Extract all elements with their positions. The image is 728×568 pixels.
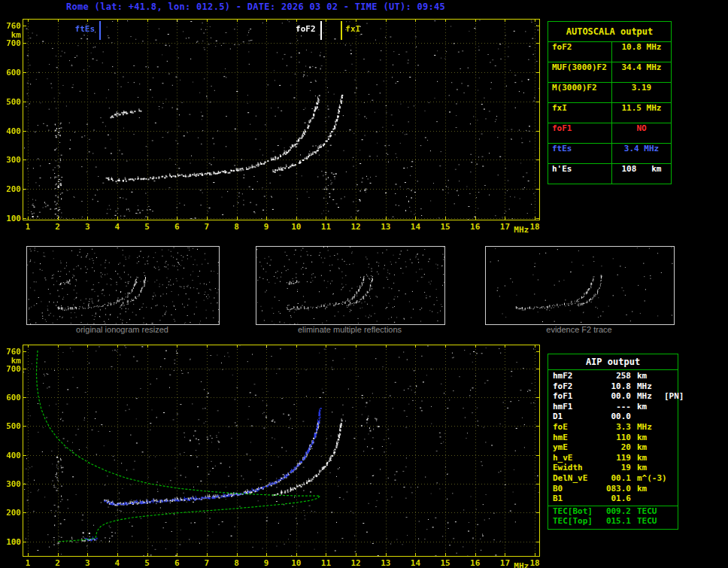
x-tick-label: 12 [347, 222, 365, 232]
table-row: D100.0 [548, 412, 678, 422]
param-unit: MHz [631, 422, 663, 433]
x-tick-label: 6 [168, 558, 186, 568]
param-value: 00.0 [596, 391, 631, 402]
param-label: DelN_vE [548, 473, 596, 484]
y-tick-label: 200 [2, 508, 21, 518]
aip-output-table: AIP output hmF2258kmfoF210.8MHzfoF100.0M… [548, 354, 678, 530]
table-row: hmF1---km [548, 402, 678, 412]
param-value: 083.0 [596, 484, 631, 494]
y-tick-label: 300 [2, 479, 21, 489]
trace-marker-label-ftes: ftEs [62, 24, 95, 34]
x-tick-label: 5 [138, 558, 156, 568]
param-value: 34.4 MHz [611, 62, 671, 82]
param-label: TEC[Bot] [548, 506, 596, 517]
x-tick-label: 16 [466, 222, 484, 232]
param-note [663, 422, 678, 433]
param-name: foF1 [548, 123, 611, 143]
param-unit: km [631, 442, 663, 453]
table-row: ymE20km [548, 442, 678, 453]
aip-table-title: AIP output [548, 354, 678, 370]
autoscala-output-table: AUTOSCALA output foF210.8 MHzMUF(3000)F2… [548, 21, 672, 184]
x-tick-label: 13 [377, 558, 395, 568]
param-value: 119 [596, 453, 631, 463]
x-tick-label: 11 [317, 558, 335, 568]
thumbnail-caption-original: original ionogram resized [26, 325, 218, 334]
param-note [663, 381, 678, 392]
table-row: foF210.8MHz [548, 381, 678, 392]
param-unit: km [631, 484, 663, 494]
y-tick-label: 200 [2, 184, 21, 194]
param-unit: km [631, 433, 663, 443]
y-axis-unit-label: km [2, 356, 21, 366]
x-tick-label: 12 [347, 558, 365, 568]
x-tick-label: 16 [466, 558, 484, 568]
x-tick-label: 10 [287, 222, 305, 232]
table-row: foF210.8 MHz [548, 42, 671, 62]
table-row: DelN_vE00.1m^(-3) [548, 473, 678, 484]
x-tick-label: 7 [198, 222, 216, 232]
param-value: 258 [596, 371, 631, 381]
table-row: ftEs3.4 MHz [548, 144, 671, 164]
param-label: h_vE [548, 453, 596, 463]
x-tick-label: 15 [436, 222, 454, 232]
ionogram-plot-top: ftEsfoF2fxI100200300400500600700760km123… [23, 19, 540, 220]
x-tick-label: 3 [78, 222, 96, 232]
param-note [663, 463, 678, 473]
x-tick-label: 13 [377, 222, 395, 232]
thumbnail-caption-evidence: evidence F2 trace [485, 325, 673, 334]
param-value: 11.5 MHz [611, 103, 671, 123]
param-label: foF1 [548, 391, 596, 402]
x-tick-label: 14 [406, 222, 424, 232]
param-label: hmE [548, 433, 596, 443]
param-unit: TECU [631, 506, 663, 517]
param-unit: MHz [631, 381, 663, 392]
thumbnail-canvas-eliminate [256, 247, 444, 324]
x-tick-label: 5 [138, 222, 156, 232]
aip-table-body: hmF2258kmfoF210.8MHzfoF100.0MHz[PN]hmF1-… [548, 370, 678, 529]
thumbnail-canvas-evidence [486, 247, 674, 324]
table-row: MUF(3000)F234.4 MHz [548, 62, 671, 83]
param-name: MUF(3000)F2 [548, 62, 611, 82]
x-axis-unit-label: MHz [510, 225, 532, 235]
param-name: fxI [548, 103, 611, 123]
param-label: foF2 [548, 381, 596, 392]
autoscala-screen: Rome (lat: +41.8, lon: 012.5) - DATE: 20… [0, 0, 728, 568]
x-tick-label: 3 [78, 558, 96, 568]
table-row: fxI11.5 MHz [548, 103, 671, 123]
x-tick-label: 2 [49, 222, 67, 232]
param-label: foE [548, 422, 596, 433]
trace-marker-label-fof2: foF2 [283, 24, 316, 34]
param-value: 00.1 [596, 473, 631, 484]
y-tick-label: 300 [2, 155, 21, 165]
param-name: ftEs [548, 144, 611, 163]
param-unit: TECU [631, 516, 663, 527]
param-label: ymE [548, 442, 596, 453]
autoscala-table-title: AUTOSCALA output [548, 22, 671, 42]
param-name: M(3000)F2 [548, 83, 611, 102]
ionogram-canvas-top [23, 20, 539, 220]
param-note [663, 433, 678, 443]
table-row: hmF2258km [548, 371, 678, 381]
table-row: h'Es108 km [548, 164, 671, 184]
param-value: 3.4 MHz [611, 144, 671, 163]
param-label: hmF2 [548, 371, 596, 381]
x-tick-label: 4 [108, 222, 126, 232]
y-tick-label: 400 [2, 451, 21, 460]
param-value: 10.8 MHz [611, 42, 671, 62]
param-unit: km [631, 453, 663, 463]
x-tick-label: 1 [19, 222, 37, 232]
x-tick-label: 8 [228, 222, 246, 232]
param-unit [631, 412, 663, 422]
param-note [663, 442, 678, 453]
x-tick-label: 2 [49, 558, 67, 568]
param-note [663, 484, 678, 494]
param-name: foF2 [548, 42, 611, 62]
table-row: foF100.0MHz[PN] [548, 391, 678, 402]
param-value: 01.6 [596, 494, 631, 504]
x-axis-unit-label: MHz [510, 561, 532, 568]
param-name: h'Es [548, 164, 611, 184]
y-tick-label: 600 [2, 393, 21, 402]
x-tick-label: 6 [168, 222, 186, 232]
y-tick-label: 100 [2, 537, 21, 547]
param-note [663, 453, 678, 463]
